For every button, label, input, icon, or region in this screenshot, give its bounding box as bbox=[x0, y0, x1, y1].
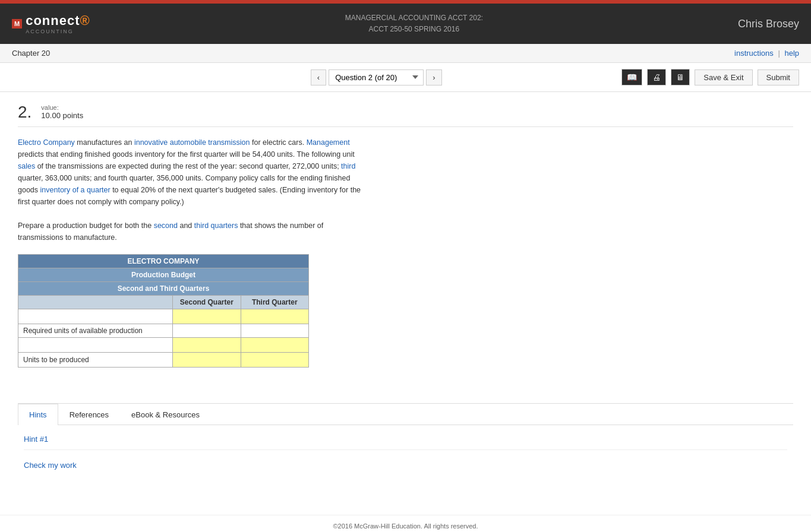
logo-sub: ACCOUNTING bbox=[26, 28, 90, 34]
tabs-section: Hints References eBook & Resources Hint … bbox=[18, 403, 793, 479]
row3-col2-input-cell[interactable] bbox=[173, 338, 241, 353]
col1-header bbox=[18, 296, 173, 309]
col3-header: Third Quarter bbox=[241, 296, 308, 309]
copyright-text: ©2016 McGraw-Hill Education. All rights … bbox=[333, 522, 478, 530]
q-highlight-3: Management bbox=[307, 138, 350, 147]
table-row-1 bbox=[18, 309, 309, 324]
table-period: Second and Third Quarters bbox=[18, 282, 309, 296]
tab-references[interactable]: References bbox=[58, 404, 120, 425]
question-paragraph: Electro Company manufactures an innovati… bbox=[18, 137, 362, 208]
user-name: Chris Brosey bbox=[738, 18, 799, 30]
tab-hints-content: Hint #1 Check my work bbox=[18, 425, 793, 479]
print-icon-button[interactable]: 🖨 bbox=[647, 69, 666, 86]
q-highlight-8: third quarters bbox=[194, 221, 238, 230]
row2-label: Required units of available production bbox=[18, 324, 173, 338]
tab-divider bbox=[24, 449, 787, 450]
table-row-2: Required units of available production bbox=[18, 324, 309, 338]
table-row-4: Units to be produced bbox=[18, 353, 309, 368]
logo-name: connect® bbox=[26, 13, 90, 28]
course-line2: ACCT 250-50 SPRING 2016 bbox=[345, 24, 483, 35]
q-highlight-5: third bbox=[341, 162, 355, 170]
row4-col2-input[interactable] bbox=[178, 355, 235, 365]
header-links: instructions | help bbox=[734, 49, 799, 58]
question-instruction: Prepare a production budget for both the… bbox=[18, 220, 362, 243]
instructions-link[interactable]: instructions bbox=[734, 49, 774, 58]
course-info: MANAGERCIAL ACCOUNTING ACCT 202: ACCT 25… bbox=[345, 12, 483, 35]
logo-box: M bbox=[12, 19, 22, 28]
row3-label bbox=[18, 338, 173, 353]
row1-col3-input-cell[interactable] bbox=[241, 309, 308, 324]
monitor-icon-button[interactable]: 🖥 bbox=[671, 69, 690, 86]
q-highlight-1: Electro Company bbox=[18, 138, 75, 147]
question-header: 2. value: 10.00 points bbox=[18, 104, 793, 127]
row1-col2-input-cell[interactable] bbox=[173, 309, 241, 324]
nav-center: ‹ Question 1 (of 20) Question 2 (of 20) … bbox=[311, 69, 442, 86]
logo-area: M connect® ACCOUNTING bbox=[12, 13, 90, 34]
q-highlight-2: innovative automobile transmission bbox=[134, 138, 250, 147]
link-separator: | bbox=[778, 49, 780, 58]
book-icon-button[interactable]: 📖 bbox=[621, 69, 642, 86]
main-content: 2. value: 10.00 points Electro Company m… bbox=[0, 92, 811, 491]
next-button[interactable]: › bbox=[426, 69, 441, 86]
tabs-nav: Hints References eBook & Resources bbox=[18, 404, 793, 425]
nav-bar: ‹ Question 1 (of 20) Question 2 (of 20) … bbox=[0, 63, 811, 92]
row3-col3-input-cell[interactable] bbox=[241, 338, 308, 353]
q-highlight-7: second bbox=[154, 221, 178, 230]
course-line1: MANAGERCIAL ACCOUNTING ACCT 202: bbox=[345, 12, 483, 24]
chapter-label: Chapter 20 bbox=[12, 49, 50, 58]
question-value-label: value: bbox=[41, 104, 83, 111]
save-exit-button[interactable]: Save & Exit bbox=[695, 69, 752, 86]
footer: ©2016 McGraw-Hill Education. All rights … bbox=[0, 515, 811, 532]
row4-col2-input-cell[interactable] bbox=[173, 353, 241, 368]
row2-col2 bbox=[173, 324, 241, 338]
table-title: ELECTRO COMPANY bbox=[18, 255, 309, 268]
nav-right: 📖 🖨 🖥 Save & Exit Submit bbox=[621, 69, 799, 86]
row2-col3 bbox=[241, 324, 308, 338]
q-highlight-6: inventory of a quarter bbox=[40, 186, 111, 194]
row4-label: Units to be produced bbox=[18, 353, 173, 368]
question-select[interactable]: Question 1 (of 20) Question 2 (of 20) Qu… bbox=[329, 69, 424, 86]
sub-header: Chapter 20 instructions | help bbox=[0, 44, 811, 63]
row3-col3-input[interactable] bbox=[246, 340, 304, 350]
budget-table: ELECTRO COMPANY Production Budget Second… bbox=[18, 254, 309, 368]
tab-ebook[interactable]: eBook & Resources bbox=[120, 404, 211, 425]
question-number: 2. bbox=[18, 104, 31, 121]
logo-plus: ® bbox=[80, 13, 90, 28]
question-points: 10.00 points bbox=[41, 111, 83, 120]
logo-text-group: connect® ACCOUNTING bbox=[26, 13, 90, 34]
prev-button[interactable]: ‹ bbox=[311, 69, 326, 86]
col2-header: Second Quarter bbox=[173, 296, 241, 309]
row1-col3-input[interactable] bbox=[246, 312, 304, 321]
row4-col3-input-cell[interactable] bbox=[241, 353, 308, 368]
question-meta: value: 10.00 points bbox=[41, 104, 83, 120]
row4-col3-input[interactable] bbox=[246, 355, 304, 365]
help-link[interactable]: help bbox=[784, 49, 799, 58]
table-subtitle: Production Budget bbox=[18, 268, 309, 282]
check-work-link[interactable]: Check my work bbox=[24, 461, 77, 470]
row1-label bbox=[18, 309, 173, 324]
hint1-link[interactable]: Hint #1 bbox=[24, 435, 48, 444]
header: M connect® ACCOUNTING MANAGERCIAL ACCOUN… bbox=[0, 4, 811, 44]
row3-col2-input[interactable] bbox=[178, 340, 235, 350]
q-highlight-4: sales bbox=[18, 162, 35, 170]
table-row-3 bbox=[18, 338, 309, 353]
submit-button[interactable]: Submit bbox=[758, 69, 799, 86]
tab-hints[interactable]: Hints bbox=[18, 404, 58, 425]
row1-col2-input[interactable] bbox=[178, 312, 235, 321]
question-body: Electro Company manufactures an innovati… bbox=[18, 137, 362, 243]
